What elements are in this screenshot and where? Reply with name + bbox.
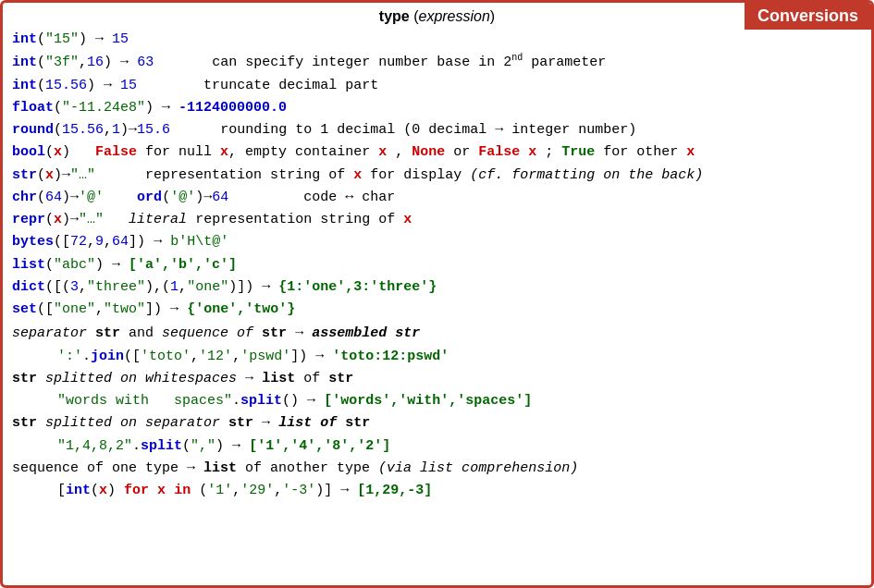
line-12: dict([(3,"three"),(1,"one")]) → {1:'one'… xyxy=(12,276,862,298)
type-keyword: type xyxy=(379,8,410,24)
line-9: repr(x)→"…" literal representation strin… xyxy=(12,209,862,230)
expression-arg: expression xyxy=(418,8,489,24)
line-4: float("-11.24e8") → -1124000000.0 xyxy=(12,97,862,118)
line-20: sequence of one type → list of another t… xyxy=(12,458,862,479)
line-8: chr(64)→'@' ord('@')→64 code ↔ char xyxy=(12,187,862,208)
line-1: int("15") → 15 xyxy=(12,29,862,50)
line-21: [int(x) for x in ('1','29','-3')] → [1,2… xyxy=(12,480,862,501)
line-16: str splitted on whitespaces → list of st… xyxy=(12,368,862,389)
line-15: ':'.join(['toto','12','pswd']) → 'toto:1… xyxy=(12,346,862,367)
title-line: type (expression) xyxy=(12,8,862,25)
line-19: "1,4,8,2".split(",") → ['1','4','8','2'] xyxy=(12,435,862,457)
line-14: separator str and sequence of str → asse… xyxy=(12,323,862,344)
line-17: "words with spaces".split() → ['words','… xyxy=(12,390,862,411)
line-5: round(15.56,1)→15.6 rounding to 1 decima… xyxy=(12,119,862,141)
line-11: list("abc") → ['a','b','c'] xyxy=(12,254,862,276)
line-7: str(x)→"…" representation string of x fo… xyxy=(12,165,862,186)
conversions-badge: Conversions xyxy=(745,3,871,30)
line-18: str splitted on separator str → list of … xyxy=(12,412,862,434)
main-container: Conversions type (expression) int("15") … xyxy=(0,0,874,588)
line-3: int(15.56) → 15 truncate decimal part xyxy=(12,75,862,96)
line-6: bool(x) False for null x, empty containe… xyxy=(12,141,862,163)
line-13: set(["one","two"]) → {'one','two'} xyxy=(12,299,862,320)
line-10: bytes([72,9,64]) → b'H\t@' xyxy=(12,231,862,252)
line-2: int("3f",16) → 63 can specify integer nu… xyxy=(12,51,862,73)
